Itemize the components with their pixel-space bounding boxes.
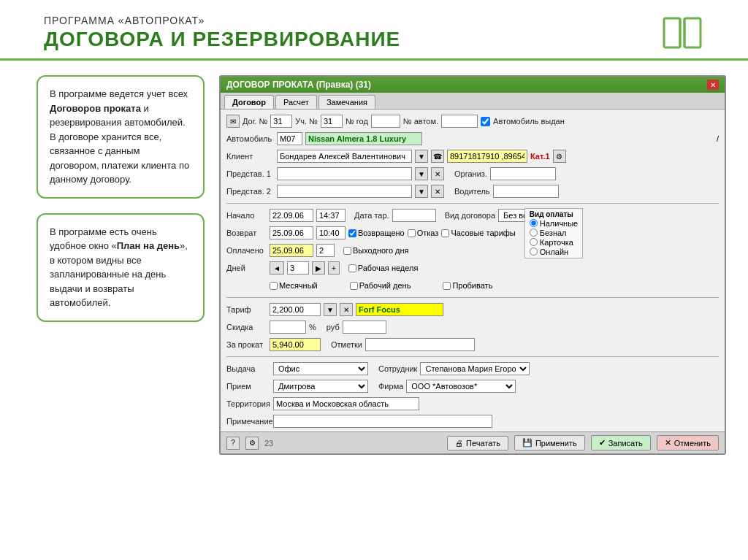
vydacha-label: Выдача bbox=[226, 364, 270, 373]
dialog-title: ДОГОВОР ПРОКАТА (Правка) (31) bbox=[226, 80, 371, 90]
nachalo-time-input[interactable] bbox=[316, 209, 346, 222]
apply-label: Применить bbox=[535, 439, 577, 448]
dialog-close-button[interactable]: ✕ bbox=[707, 80, 719, 90]
vid-dog-label: Вид договора bbox=[445, 211, 495, 220]
print-button[interactable]: 🖨 Печатать bbox=[447, 436, 508, 450]
row-pred1: Представ. 1 ▼ ✕ Организ. bbox=[226, 166, 719, 181]
voditel-label: Водитель bbox=[454, 187, 490, 196]
rabochiy-den-label: Рабочий день bbox=[350, 281, 411, 290]
dni-input[interactable] bbox=[287, 261, 309, 275]
avt-input[interactable] bbox=[441, 115, 478, 128]
row-dog: ✉ Дог. № Уч. № № год № автом. Автомобиль… bbox=[226, 114, 719, 129]
pred1-input[interactable] bbox=[277, 167, 412, 180]
rabochaya-nedelya-check[interactable] bbox=[348, 264, 356, 272]
dni-prev-btn[interactable]: ◄ bbox=[270, 261, 284, 275]
primechanie-label: Примечание bbox=[226, 417, 270, 426]
settings-icon[interactable]: ⚙ bbox=[245, 437, 259, 450]
territory-input[interactable] bbox=[273, 397, 419, 410]
oplacheno-val-input[interactable] bbox=[316, 244, 335, 257]
pred1-select-icon[interactable]: ▼ bbox=[415, 167, 428, 180]
mesyachny-text: Месячный bbox=[279, 281, 318, 290]
cancel-button[interactable]: ✕ Отменить bbox=[657, 435, 719, 450]
phone-input[interactable] bbox=[447, 150, 527, 163]
dialog-titlebar: ДОГОВОР ПРОКАТА (Правка) (31) ✕ bbox=[221, 77, 725, 93]
dni-plus-btn[interactable]: + bbox=[328, 261, 340, 275]
data-tar-label: Дата тар. bbox=[354, 211, 389, 220]
divider-1 bbox=[226, 203, 719, 204]
avt-check[interactable] bbox=[481, 117, 490, 126]
sotrudnik-select[interactable]: Степанова Мария Егоровна bbox=[420, 362, 530, 375]
row-pred2: Представ. 2 ▼ ✕ Водитель bbox=[226, 184, 719, 199]
vozvrasheno-text: Возвращено bbox=[358, 229, 405, 237]
sotrudnik-label: Сотрудник bbox=[378, 364, 417, 373]
info-box-1-text: В программе ведется учет всех Договоров … bbox=[50, 88, 189, 185]
radio-nalichnye: Наличные bbox=[530, 219, 578, 228]
help-icon[interactable]: ? bbox=[226, 437, 240, 450]
kat-icon[interactable]: ⚙ bbox=[553, 150, 566, 163]
data-tar-input[interactable] bbox=[392, 209, 436, 222]
rub-input[interactable] bbox=[343, 321, 386, 334]
pred2-del-icon[interactable]: ✕ bbox=[431, 185, 444, 198]
dialog-window: ДОГОВОР ПРОКАТА (Правка) (31) ✕ Договор … bbox=[219, 75, 726, 455]
dni-play-btn[interactable]: ▶ bbox=[312, 261, 325, 275]
left-panel: В программе ведется учет всех Договоров … bbox=[37, 75, 205, 548]
divider-2 bbox=[226, 297, 719, 298]
chas-tarif-check[interactable] bbox=[441, 229, 449, 237]
tarif-del-icon[interactable]: ✕ bbox=[340, 303, 353, 316]
vihod-dnya-text: Выходного дня bbox=[353, 246, 409, 255]
email-icon[interactable]: ✉ bbox=[226, 115, 240, 128]
uch-label: Уч. № bbox=[295, 117, 318, 126]
nachalo-label: Начало bbox=[226, 211, 267, 220]
rabochaya-nedelya-label: Рабочая неделя bbox=[348, 264, 419, 272]
avt-check-label: Автомобиль выдан bbox=[493, 117, 565, 126]
vihod-dnya-check[interactable] bbox=[343, 247, 351, 255]
tarif-select-icon[interactable]: ▼ bbox=[324, 303, 337, 316]
god-input[interactable] bbox=[371, 115, 400, 128]
kat-label: Кат.1 bbox=[530, 152, 550, 161]
tab-zamechaniya[interactable]: Замечания bbox=[318, 95, 375, 109]
tab-raschet[interactable]: Расчет bbox=[275, 95, 317, 109]
phone-icon[interactable]: ☎ bbox=[431, 150, 444, 163]
svg-rect-0 bbox=[664, 18, 680, 47]
firma-select[interactable]: ООО *Автовозов* bbox=[406, 380, 516, 393]
vozvrat-time-input[interactable] bbox=[316, 226, 346, 239]
book-icon bbox=[660, 15, 704, 51]
pred1-del-icon[interactable]: ✕ bbox=[431, 167, 444, 180]
client-select-icon[interactable]: ▼ bbox=[415, 150, 428, 163]
rabochiy-den-check[interactable] bbox=[350, 282, 358, 290]
voditel-input[interactable] bbox=[493, 185, 559, 198]
oplacheno-date-input[interactable] bbox=[270, 244, 313, 257]
vydacha-select[interactable]: Офис bbox=[273, 362, 368, 375]
apply-button[interactable]: 💾 Применить bbox=[514, 435, 585, 450]
vozvrasheno-check[interactable] bbox=[348, 229, 356, 237]
auto-label: Автомобиль bbox=[226, 134, 274, 143]
dog-input[interactable] bbox=[270, 115, 292, 128]
org-input[interactable] bbox=[490, 167, 556, 180]
otkaz-label: Отказ bbox=[408, 229, 439, 237]
za-prokat-input[interactable] bbox=[270, 338, 321, 351]
skidka-input[interactable] bbox=[270, 321, 306, 334]
uch-input[interactable] bbox=[321, 115, 343, 128]
rabochaya-nedelya-text: Рабочая неделя bbox=[358, 264, 419, 272]
fort-focus-input[interactable] bbox=[356, 303, 443, 316]
priem-select[interactable]: Дмитрова bbox=[273, 380, 368, 393]
auto-code-input[interactable] bbox=[277, 132, 302, 145]
otkaz-check[interactable] bbox=[408, 229, 416, 237]
skidka-label: Скидка bbox=[226, 323, 267, 331]
pred2-input[interactable] bbox=[277, 185, 412, 198]
probivat-check[interactable] bbox=[443, 282, 451, 290]
client-input[interactable] bbox=[277, 150, 412, 163]
row-auto: Автомобиль / bbox=[226, 131, 719, 146]
save-button[interactable]: ✔ Записать bbox=[591, 435, 651, 450]
mesyachny-check[interactable] bbox=[270, 282, 278, 290]
vozvrat-date-input[interactable] bbox=[270, 226, 313, 239]
otmetki-input[interactable] bbox=[365, 338, 475, 351]
tarif-input[interactable] bbox=[270, 303, 321, 316]
pred2-select-icon[interactable]: ▼ bbox=[415, 185, 428, 198]
info-box-1: В программе ведется учет всех Договоров … bbox=[37, 75, 205, 199]
nachalo-date-input[interactable] bbox=[270, 209, 313, 222]
primechanie-input[interactable] bbox=[273, 415, 492, 428]
tab-dogovor[interactable]: Договор bbox=[224, 95, 274, 109]
auto-name-input[interactable] bbox=[305, 132, 422, 145]
row-za-prokat: За прокат Отметки bbox=[226, 337, 719, 352]
